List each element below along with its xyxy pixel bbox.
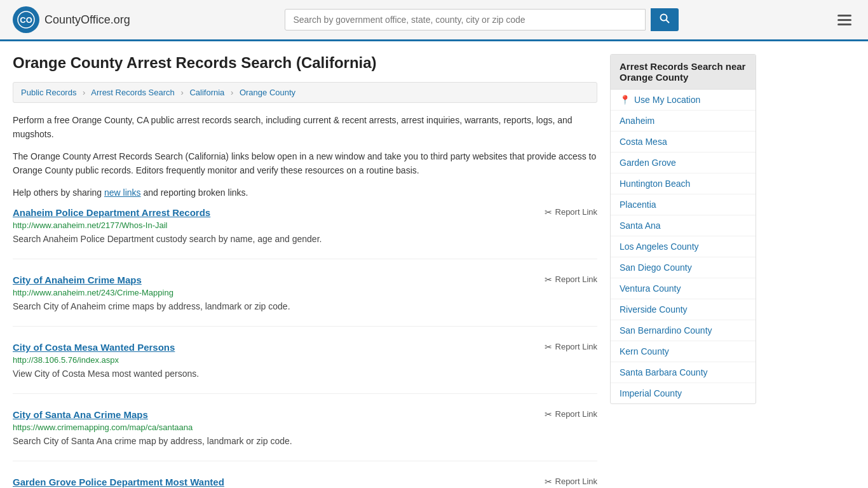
- sidebar-item-imperial-county[interactable]: Imperial County: [611, 383, 756, 403]
- result-header: City of Anaheim Crime Maps ✂ Report Link: [13, 274, 597, 285]
- sidebar-title: Arrest Records Search near Orange County: [611, 55, 756, 90]
- sidebar-link-santa-ana[interactable]: Santa Ana: [620, 220, 661, 231]
- sidebar-item-huntington-beach[interactable]: Huntington Beach: [611, 173, 756, 194]
- result-title[interactable]: City of Santa Ana Crime Maps: [13, 409, 148, 420]
- sidebar-link-ventura-county[interactable]: Ventura County: [620, 283, 681, 294]
- sidebar-link-imperial-county[interactable]: Imperial County: [620, 388, 682, 398]
- sidebar-item-san-bernardino-county[interactable]: San Bernardino County: [611, 320, 756, 341]
- result-title[interactable]: City of Costa Mesa Wanted Persons: [13, 342, 175, 353]
- search-button[interactable]: [651, 8, 679, 31]
- sidebar-link-placentia[interactable]: Placentia: [620, 200, 656, 210]
- sidebar-item-garden-grove[interactable]: Garden Grove: [611, 152, 756, 173]
- result-item: City of Santa Ana Crime Maps ✂ Report Li…: [13, 409, 597, 461]
- breadcrumb-arrest-records[interactable]: Arrest Records Search: [91, 88, 175, 97]
- menu-line-1: [837, 15, 851, 17]
- breadcrumb-sep-3: ›: [231, 88, 233, 97]
- report-icon: ✂: [545, 342, 552, 352]
- report-link-btn[interactable]: ✂ Report Link: [545, 342, 597, 352]
- breadcrumb-sep-2: ›: [180, 88, 183, 97]
- menu-line-3: [837, 24, 851, 25]
- result-item: Anaheim Police Department Arrest Records…: [13, 207, 597, 259]
- sidebar-item-costa-mesa[interactable]: Costa Mesa: [611, 132, 756, 152]
- sidebar-link-costa-mesa[interactable]: Costa Mesa: [620, 137, 667, 147]
- result-item: Garden Grove Police Department Most Want…: [13, 477, 597, 488]
- result-title[interactable]: City of Anaheim Crime Maps: [13, 274, 142, 285]
- sidebar-item-kern-county[interactable]: Kern County: [611, 341, 756, 362]
- result-item: City of Costa Mesa Wanted Persons ✂ Repo…: [13, 342, 597, 394]
- logo-area: CO CountyOffice.org: [13, 6, 130, 33]
- sidebar-item-use-location[interactable]: 📍 Use My Location: [611, 90, 756, 111]
- report-icon: ✂: [545, 274, 552, 285]
- sidebar-item-santa-ana[interactable]: Santa Ana: [611, 215, 756, 236]
- sidebar-item-riverside-county[interactable]: Riverside County: [611, 299, 756, 320]
- sidebar-link-huntington-beach[interactable]: Huntington Beach: [620, 179, 690, 189]
- result-item: City of Anaheim Crime Maps ✂ Report Link…: [13, 274, 597, 327]
- sidebar-link-kern-county[interactable]: Kern County: [620, 346, 669, 356]
- description-3: Help others by sharing new links and rep…: [13, 186, 597, 200]
- result-desc: Search City of Santa Ana crime map by ad…: [13, 435, 597, 448]
- menu-line-2: [837, 19, 851, 21]
- sidebar-item-los-angeles-county[interactable]: Los Angeles County: [611, 236, 756, 257]
- svg-text:CO: CO: [20, 15, 32, 25]
- location-pin-icon: 📍: [620, 95, 630, 105]
- sidebar-link-san-diego-county[interactable]: San Diego County: [620, 262, 692, 273]
- breadcrumb: Public Records › Arrest Records Search ›…: [13, 82, 597, 103]
- logo-text: CountyOffice.org: [44, 13, 130, 27]
- sidebar-link-san-bernardino-county[interactable]: San Bernardino County: [620, 325, 712, 336]
- result-header: City of Costa Mesa Wanted Persons ✂ Repo…: [13, 342, 597, 353]
- result-desc: Search City of Anaheim crime maps by add…: [13, 300, 597, 313]
- sidebar-link-riverside-county[interactable]: Riverside County: [620, 304, 688, 315]
- result-title[interactable]: Garden Grove Police Department Most Want…: [13, 477, 224, 487]
- search-input[interactable]: [285, 9, 646, 30]
- sidebar-link-garden-grove[interactable]: Garden Grove: [620, 158, 676, 168]
- search-bar-area: [285, 8, 679, 31]
- sidebar-item-san-diego-county[interactable]: San Diego County: [611, 257, 756, 278]
- result-header: Garden Grove Police Department Most Want…: [13, 477, 597, 487]
- description-1: Perform a free Orange County, CA public …: [13, 113, 597, 142]
- sidebar-link-los-angeles-county[interactable]: Los Angeles County: [620, 241, 699, 252]
- sidebar-item-ventura-county[interactable]: Ventura County: [611, 278, 756, 299]
- breadcrumb-sep-1: ›: [83, 88, 85, 97]
- result-header: City of Santa Ana Crime Maps ✂ Report Li…: [13, 409, 597, 420]
- result-url[interactable]: http://www.anaheim.net/243/Crime-Mapping: [13, 288, 597, 297]
- results-list: Anaheim Police Department Arrest Records…: [13, 207, 597, 488]
- sidebar-item-santa-barbara-county[interactable]: Santa Barbara County: [611, 362, 756, 383]
- page-title: Orange County Arrest Records Search (Cal…: [13, 54, 597, 72]
- report-link-btn[interactable]: ✂ Report Link: [545, 409, 597, 419]
- logo-icon: CO: [13, 6, 39, 33]
- use-my-location-link[interactable]: Use My Location: [634, 95, 700, 105]
- result-url[interactable]: http://38.106.5.76/index.aspx: [13, 355, 597, 365]
- result-title[interactable]: Anaheim Police Department Arrest Records: [13, 207, 210, 218]
- main-container: Orange County Arrest Records Search (Cal…: [0, 41, 868, 488]
- svg-line-3: [667, 20, 670, 24]
- svg-point-2: [661, 15, 667, 21]
- report-icon: ✂: [545, 207, 552, 217]
- content-area: Orange County Arrest Records Search (Cal…: [13, 54, 597, 488]
- report-icon: ✂: [545, 477, 552, 487]
- result-desc: Search Anaheim Police Department custody…: [13, 233, 597, 246]
- sidebar-box: Arrest Records Search near Orange County…: [610, 54, 756, 404]
- report-icon: ✂: [545, 409, 552, 419]
- sidebar-link-santa-barbara-county[interactable]: Santa Barbara County: [620, 367, 708, 377]
- breadcrumb-public-records[interactable]: Public Records: [21, 88, 76, 97]
- report-link-btn[interactable]: ✂ Report Link: [545, 477, 597, 487]
- sidebar-item-placentia[interactable]: Placentia: [611, 194, 756, 215]
- sidebar-item-anaheim[interactable]: Anaheim: [611, 111, 756, 132]
- new-links-link[interactable]: new links: [104, 187, 141, 198]
- result-desc: View City of Costa Mesa most wanted pers…: [13, 367, 597, 381]
- result-header: Anaheim Police Department Arrest Records…: [13, 207, 597, 218]
- menu-button[interactable]: [834, 11, 855, 29]
- breadcrumb-orange-county[interactable]: Orange County: [240, 88, 295, 97]
- report-link-btn[interactable]: ✂ Report Link: [545, 274, 597, 285]
- result-url[interactable]: https://www.crimemapping.com/map/ca/sant…: [13, 423, 597, 432]
- sidebar-link-anaheim[interactable]: Anaheim: [620, 116, 654, 126]
- header: CO CountyOffice.org: [0, 0, 868, 41]
- breadcrumb-california[interactable]: California: [189, 88, 224, 97]
- sidebar: Arrest Records Search near Orange County…: [610, 54, 756, 488]
- result-url[interactable]: http://www.anaheim.net/2177/Whos-In-Jail: [13, 220, 597, 230]
- description-2: The Orange County Arrest Records Search …: [13, 149, 597, 178]
- report-link-btn[interactable]: ✂ Report Link: [545, 207, 597, 217]
